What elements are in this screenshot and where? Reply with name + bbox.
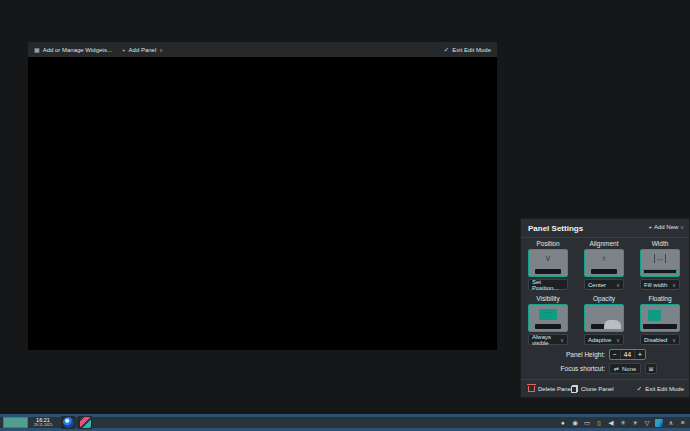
chevron-down-icon: ∨ [560, 337, 564, 343]
add-panel-button[interactable]: + Add Panel ∨ [122, 47, 163, 53]
panel-settings-dialog: Panel Settings + Add New ∨ Position Alig… [520, 218, 690, 398]
copy-icon [571, 385, 578, 393]
visibility-preview[interactable]: ··· [528, 304, 568, 332]
expand-tray-icon[interactable]: ∧ [667, 419, 675, 427]
shortcut-keys-icon: ⇄ [614, 365, 619, 372]
add-panel-label: Add Panel [129, 47, 157, 53]
clear-shortcut-button[interactable]: ⊠ [645, 363, 657, 374]
widgets-icon: ▦ [34, 46, 40, 53]
peek-desktop-icon[interactable]: ≡ [679, 419, 687, 427]
alignment-label: Alignment [584, 240, 624, 247]
clear-icon: ⊠ [648, 365, 653, 372]
divider [521, 379, 689, 380]
chevron-down-icon: ∨ [616, 282, 620, 288]
desktop-preview[interactable] [28, 57, 497, 350]
opacity-label: Opacity [584, 295, 624, 302]
panel-spacer-highlight[interactable] [3, 417, 28, 428]
plus-icon: + [122, 47, 126, 53]
exit-edit-mode-label: Exit Edit Mode [645, 386, 684, 392]
system-tray: ● ◉ ▭ ▯ ◀ ✳ ☀ ▽ ∧ ≡ [559, 417, 687, 428]
visibility-label: Visibility [528, 295, 568, 302]
width-arrows-icon: ↔ [654, 254, 666, 263]
width-value: Fill width [644, 282, 667, 288]
focus-shortcut-label: Focus shortcut: [525, 365, 605, 372]
visibility-dropdown[interactable]: Always visible ∨ [528, 334, 568, 345]
panel-thumb [535, 269, 561, 274]
clipboard-icon[interactable]: ▯ [595, 419, 603, 427]
remote-desktop-icon[interactable]: ▭ [583, 419, 591, 427]
panel-height-label: Panel Height: [525, 351, 605, 358]
decrement-button[interactable]: − [610, 350, 621, 359]
position-label: Position [528, 240, 568, 247]
add-widgets-button[interactable]: ▦ Add or Manage Widgets... [34, 46, 112, 53]
divider [521, 237, 689, 238]
exit-edit-mode-label: Exit Edit Mode [452, 47, 491, 53]
trash-icon [528, 386, 535, 392]
chevron-down-icon: ∨ [680, 224, 684, 230]
window-icon [648, 310, 661, 321]
desktop-edit-mode: ▦ Add or Manage Widgets... + Add Panel ∨… [0, 0, 690, 431]
floating-dropdown[interactable]: Disabled ∨ [640, 334, 680, 345]
add-new-button[interactable]: + Add New ∨ [648, 224, 684, 230]
width-label: Width [640, 240, 680, 247]
panel-height-value[interactable]: 44 [621, 350, 634, 359]
alignment-anchor-icon: ♁ [585, 253, 623, 263]
chevron-down-icon: ∨ [672, 282, 676, 288]
check-icon: ✓ [637, 385, 642, 393]
window-icon: ··· [539, 309, 557, 320]
increment-button[interactable]: + [634, 350, 645, 359]
width-preview[interactable]: ↔ [640, 249, 680, 277]
set-position-button[interactable]: Set Position... [528, 279, 568, 290]
task-browser[interactable] [61, 416, 75, 429]
taskbar-panel[interactable]: 16:21 29.11.2025 ● ◉ ▭ ▯ ◀ ✳ ☀ ▽ ∧ ≡ [0, 414, 690, 431]
add-new-label: Add New [654, 224, 678, 230]
width-dropdown[interactable]: Fill width ∨ [640, 279, 680, 290]
floating-preview[interactable] [640, 304, 680, 332]
alignment-dropdown[interactable]: Center ∨ [584, 279, 624, 290]
digital-clock[interactable]: 16:21 29.11.2025 [29, 417, 57, 428]
focus-shortcut-value: None [622, 366, 636, 372]
panel-thumb [591, 269, 617, 274]
chevron-down-icon: ∨ [672, 337, 676, 343]
volume-icon[interactable]: ◀ [607, 419, 615, 427]
panel-thumb [535, 324, 561, 329]
task-image-app[interactable] [78, 416, 92, 429]
panel-position-icon: ∨ [529, 253, 567, 263]
alignment-preview[interactable]: ♁ [584, 249, 624, 277]
dialog-title: Panel Settings [528, 224, 583, 233]
clock-date: 29.11.2025 [34, 423, 53, 427]
chevron-down-icon: ∨ [159, 47, 163, 53]
clone-panel-button[interactable]: Clone Panel [571, 383, 614, 395]
keyboard-layout-icon[interactable] [655, 419, 663, 427]
floating-value: Disabled [644, 337, 667, 343]
exit-edit-mode-button[interactable]: ✓ Exit Edit Mode [637, 383, 684, 395]
clone-panel-label: Clone Panel [581, 386, 614, 392]
floating-label: Floating [640, 295, 680, 302]
panel-height-spinbox[interactable]: − 44 + [609, 349, 646, 360]
edit-mode-toolbar: ▦ Add or Manage Widgets... + Add Panel ∨… [28, 42, 497, 57]
panel-thumb [643, 269, 677, 274]
browser-app-icon [63, 417, 74, 428]
position-preview[interactable]: ∨ [528, 249, 568, 277]
translucent-panel-icon [604, 320, 621, 329]
screen-record-icon[interactable]: ◉ [571, 419, 579, 427]
check-icon: ✓ [444, 46, 449, 54]
opacity-dropdown[interactable]: Adaptive ∨ [584, 334, 624, 345]
alignment-value: Center [588, 282, 606, 288]
set-position-label: Set Position... [532, 279, 564, 291]
focus-shortcut-button[interactable]: ⇄ None [609, 363, 641, 374]
plus-icon: + [648, 224, 652, 230]
delete-panel-label: Delete Panel [538, 386, 572, 392]
network-icon[interactable]: ▽ [643, 419, 651, 427]
visibility-value: Always visible [532, 334, 560, 346]
opacity-preview[interactable] [584, 304, 624, 332]
chevron-down-icon: ∨ [616, 337, 620, 343]
panel-thumb [643, 324, 677, 329]
exit-edit-mode-button[interactable]: ✓ Exit Edit Mode [444, 46, 491, 54]
delete-panel-button[interactable]: Delete Panel [528, 383, 572, 395]
opacity-value: Adaptive [588, 337, 611, 343]
kde-connect-icon[interactable]: ✳ [619, 419, 627, 427]
tomato-timer-icon[interactable]: ● [559, 419, 567, 427]
night-light-icon[interactable]: ☀ [631, 419, 639, 427]
add-widgets-label: Add or Manage Widgets... [43, 47, 112, 53]
